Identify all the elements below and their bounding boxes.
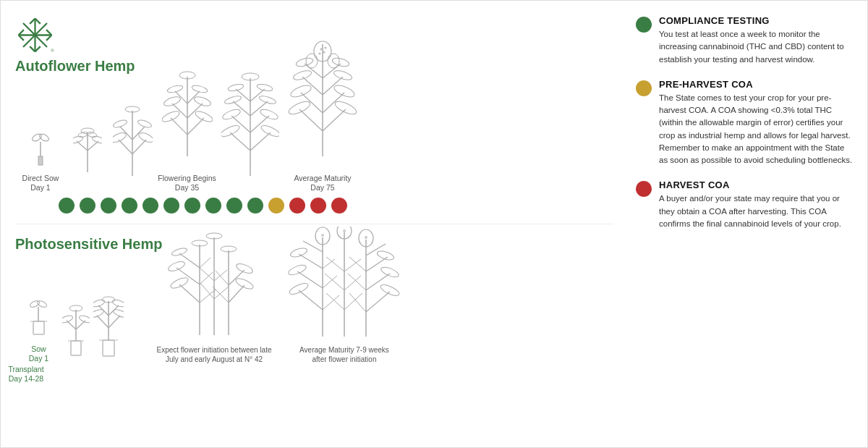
left-panel: ® Autoflower Hemp Direct Sow	[15, 15, 614, 433]
dot-6	[163, 198, 179, 214]
preharvest-text: PRE-HARVEST COA The State comes to test …	[659, 79, 853, 167]
svg-point-175	[365, 236, 367, 239]
plant-svg-6	[286, 41, 359, 171]
svg-point-80	[292, 69, 312, 82]
svg-line-107	[97, 316, 109, 328]
svg-line-151	[326, 293, 344, 310]
compliance-title: COMPLIANCE TESTING	[659, 15, 853, 26]
svg-point-59	[260, 124, 279, 139]
svg-rect-104	[103, 340, 114, 356]
svg-point-62	[224, 94, 242, 105]
svg-line-57	[250, 89, 265, 101]
plant-item-4: Flowering Begins Day 35	[156, 66, 218, 193]
svg-line-160	[366, 274, 390, 290]
svg-point-87	[320, 48, 323, 50]
svg-point-134	[167, 260, 186, 273]
right-panel: COMPLIANCE TESTING You test at least onc…	[629, 15, 853, 433]
svg-point-88	[323, 51, 326, 53]
preharvest-title: PRE-HARVEST COA	[659, 79, 853, 90]
svg-point-174	[321, 234, 324, 237]
autoflower-plants-row: Direct Sow Day 1	[15, 77, 614, 193]
svg-point-76	[287, 99, 312, 117]
svg-line-40	[175, 91, 187, 103]
svg-point-133	[169, 276, 190, 290]
svg-point-63	[258, 94, 276, 105]
svg-point-58	[221, 124, 241, 139]
photo-plant-3: Expect flower initiation between late Ju…	[156, 230, 272, 364]
plant-label-6: Average Maturity Day 75	[294, 174, 351, 193]
plant-svg-2	[73, 111, 102, 190]
photo-plant-1: Sow Day 1	[15, 276, 62, 364]
svg-rect-96	[71, 341, 81, 355]
photo-plant-svg-2a	[62, 284, 90, 364]
plant-svg-4	[162, 66, 213, 171]
timeline-dots	[59, 198, 614, 214]
plant-svg-5	[221, 71, 279, 190]
svg-line-158	[366, 292, 390, 312]
svg-line-126	[214, 287, 229, 299]
svg-point-102	[78, 314, 90, 324]
svg-line-55	[250, 101, 268, 116]
autoflower-section: ® Autoflower Hemp Direct Sow	[15, 15, 614, 224]
svg-point-86	[328, 54, 339, 68]
svg-point-33	[137, 119, 153, 129]
svg-point-173	[343, 229, 346, 232]
plant-item-6: Average Maturity Day 75	[283, 41, 362, 193]
svg-line-27	[132, 140, 146, 154]
svg-point-44	[163, 95, 182, 108]
dot-9	[226, 198, 242, 214]
harvest-item: HARVEST COA A buyer and/or your state ma…	[636, 179, 853, 230]
svg-point-136	[234, 276, 255, 291]
dot-3	[101, 198, 116, 214]
svg-point-165	[287, 263, 307, 276]
svg-line-41	[187, 91, 200, 103]
plant-item-5	[218, 71, 283, 193]
dot-4	[122, 198, 137, 214]
svg-line-132	[229, 270, 244, 285]
svg-line-69	[323, 109, 346, 131]
svg-point-89	[319, 52, 321, 54]
svg-line-26	[119, 140, 132, 154]
svg-point-167	[379, 283, 401, 298]
plant-item-1: Direct Sow Day 1	[15, 106, 66, 193]
photo-label-4: Average Maturity 7-9 weeks after flower …	[299, 345, 389, 364]
dot-5	[142, 198, 158, 214]
photo-plant-4: Average Maturity 7-9 weeks after flower …	[279, 227, 409, 364]
svg-line-51	[250, 132, 271, 151]
dot-13	[310, 198, 326, 214]
photo-plant-2: Transplant Day 14-28	[62, 281, 135, 364]
photo-plant-svg-2b	[93, 281, 124, 364]
harvest-body: A buyer and/or your state may require th…	[659, 193, 853, 230]
photo-label-2: Transplant Day 14-28	[0, 365, 59, 384]
compliance-text: COMPLIANCE TESTING You test at least onc…	[659, 15, 853, 66]
dot-8	[205, 198, 221, 214]
svg-line-108	[109, 316, 120, 328]
compliance-item: COMPLIANCE TESTING You test at least onc…	[636, 15, 853, 66]
svg-line-121	[176, 268, 200, 284]
svg-line-152	[344, 293, 362, 310]
svg-point-42	[162, 109, 181, 124]
svg-point-135	[171, 247, 187, 257]
photosensitive-section: Photosensitive Hemp Sow Day 1	[15, 236, 614, 365]
dot-7	[184, 198, 200, 214]
dot-11	[268, 198, 284, 214]
logo: ®	[15, 15, 55, 55]
photo-plant-svg-4	[283, 227, 406, 342]
photo-label-1: Sow Day 1	[29, 345, 48, 364]
svg-rect-13	[38, 156, 43, 165]
svg-line-123	[179, 253, 200, 268]
svg-point-65	[256, 83, 273, 92]
svg-point-61	[259, 107, 279, 121]
dot-14	[331, 198, 347, 214]
svg-point-78	[289, 83, 312, 99]
svg-line-54	[233, 101, 250, 116]
svg-point-79	[333, 83, 356, 99]
preharvest-item: PRE-HARVEST COA The State comes to test …	[636, 79, 853, 167]
svg-line-68	[299, 109, 323, 131]
svg-line-148	[299, 254, 323, 269]
photo-label-3: Expect flower initiation between late Ju…	[157, 345, 272, 364]
svg-line-52	[231, 116, 250, 132]
plant-svg-3	[113, 96, 153, 190]
svg-point-47	[191, 84, 208, 93]
svg-point-43	[194, 109, 213, 124]
